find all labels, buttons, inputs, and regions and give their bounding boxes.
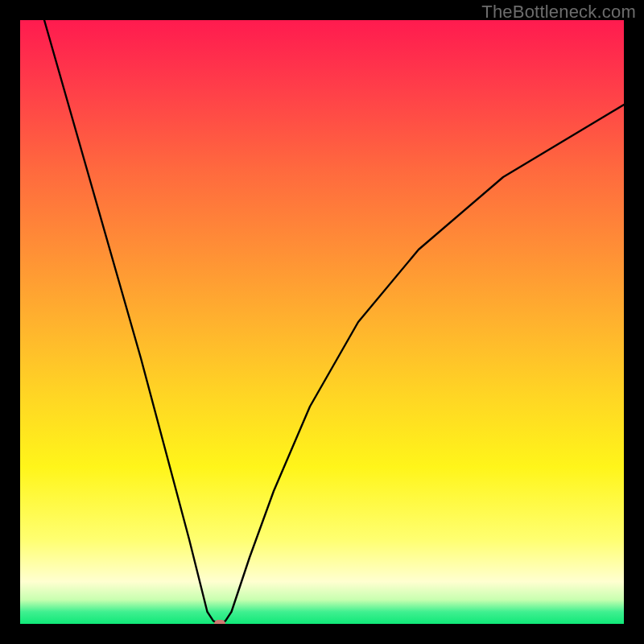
curve-path	[44, 20, 624, 624]
bottleneck-curve	[20, 20, 624, 624]
plot-area	[20, 20, 624, 624]
chart-frame: TheBottleneck.com	[0, 0, 644, 644]
minimum-marker	[214, 620, 225, 624]
